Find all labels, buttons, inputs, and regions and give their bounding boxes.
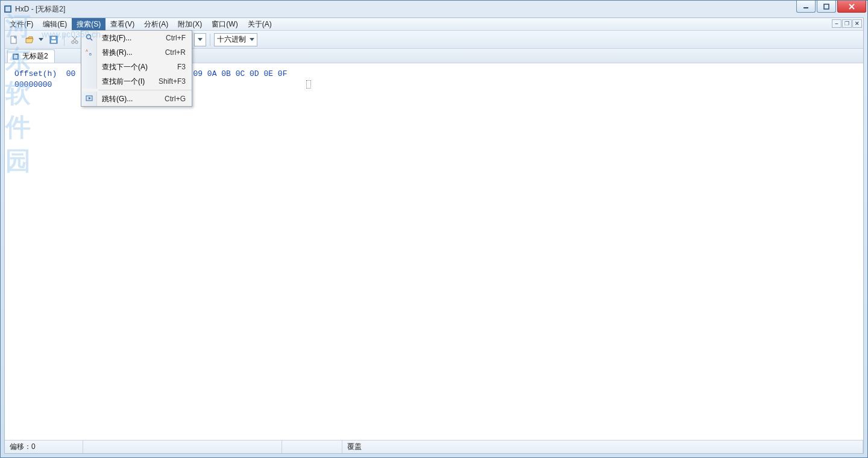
hex-address-0: 00000000 <box>14 80 52 89</box>
menu-view[interactable]: 查看(V) <box>105 18 139 30</box>
menu-item-label: 查找下一个(A) <box>97 62 177 72</box>
search-icon <box>85 33 93 43</box>
search-menu-dropdown: 查找(F)... Ctrl+F AB 替换(R)... Ctrl+R 查找下一个… <box>81 30 192 107</box>
menu-item-find-next[interactable]: 查找下一个(A) F3 <box>81 60 192 74</box>
menu-file[interactable]: 文件(F) <box>5 18 38 30</box>
svg-rect-3 <box>824 4 829 9</box>
menu-item-find-prev[interactable]: 查找前一个(I) Shift+F3 <box>81 74 192 89</box>
menubar: 文件(F) 编辑(E) 搜索(S) 查看(V) 分析(A) 附加(X) 窗口(W… <box>5 18 863 31</box>
window-frame: 河东软件园 www.pc0359.cn HxD - [无标题2] 文件(F) 编… <box>0 0 868 458</box>
document-icon <box>11 52 20 61</box>
svg-line-14 <box>72 36 77 41</box>
close-button[interactable] <box>837 1 866 13</box>
menu-about[interactable]: 关于(A) <box>243 18 277 30</box>
menu-item-shortcut: F3 <box>177 63 192 71</box>
svg-line-13 <box>73 36 77 41</box>
svg-text:B: B <box>89 52 92 56</box>
menu-analyze[interactable]: 分析(A) <box>139 18 173 30</box>
menu-item-label: 查找(F)... <box>97 33 166 43</box>
window-controls <box>796 1 866 13</box>
open-file-icon[interactable] <box>23 33 36 46</box>
svg-rect-28 <box>14 55 17 58</box>
toolbar-separator <box>210 34 210 46</box>
menu-item-shortcut: Ctrl+G <box>165 95 192 103</box>
menu-window[interactable]: 窗口(W) <box>207 18 242 30</box>
menu-item-goto[interactable]: 跳转(G)... Ctrl+G <box>81 92 192 106</box>
svg-marker-7 <box>39 38 43 41</box>
save-icon[interactable] <box>47 33 60 46</box>
titlebar[interactable]: HxD - [无标题2] <box>1 1 867 17</box>
document-tab[interactable]: 无标题2 <box>7 49 55 63</box>
new-file-icon[interactable] <box>7 33 20 46</box>
svg-point-29 <box>86 34 90 39</box>
mdi-controls: ‒ ❐ ✕ <box>832 19 862 28</box>
menu-edit[interactable]: 编辑(E) <box>38 18 72 30</box>
mdi-minimize-button[interactable]: ‒ <box>832 19 841 28</box>
menu-item-shortcut: Shift+F3 <box>159 77 192 86</box>
open-dropdown-icon[interactable] <box>37 33 45 46</box>
menu-item-label: 替换(R)... <box>97 48 165 58</box>
encoding-select-label: 十六进制 <box>217 34 246 45</box>
menu-item-label: 跳转(G)... <box>97 94 165 104</box>
window-title: HxD - [无标题2] <box>15 4 65 14</box>
statusbar: 偏移：0 覆盖 <box>5 440 863 453</box>
encoding-select[interactable]: 十六进制 <box>214 33 257 46</box>
svg-rect-10 <box>52 37 55 39</box>
menu-item-shortcut: Ctrl+F <box>166 34 192 42</box>
status-offset: 偏移：0 <box>5 441 83 453</box>
status-cell-3 <box>282 441 342 453</box>
menu-extras[interactable]: 附加(X) <box>173 18 207 30</box>
maximize-button[interactable] <box>817 1 836 13</box>
hex-editor[interactable]: Offset(h) 00 01 02 03 04 05 06 07 08 09 … <box>5 63 863 440</box>
menu-item-shortcut: Ctrl+R <box>165 48 192 57</box>
chevron-down-icon <box>250 36 254 44</box>
mdi-restore-button[interactable]: ❐ <box>842 19 852 28</box>
minimize-button[interactable] <box>796 1 816 13</box>
text-caret <box>306 80 311 89</box>
cut-icon[interactable] <box>68 33 81 46</box>
svg-rect-9 <box>51 40 56 43</box>
status-cell-2 <box>83 441 282 453</box>
svg-line-30 <box>90 39 92 40</box>
menu-item-replace[interactable]: AB 替换(R)... Ctrl+R <box>81 45 192 60</box>
toolbar-separator <box>64 34 64 46</box>
menu-search[interactable]: 搜索(S) <box>72 18 105 30</box>
menu-item-find[interactable]: 查找(F)... Ctrl+F <box>81 31 192 45</box>
svg-marker-25 <box>198 38 203 41</box>
svg-marker-26 <box>250 38 254 41</box>
svg-rect-1 <box>5 7 10 11</box>
replace-icon: AB <box>85 48 93 58</box>
mdi-close-button[interactable]: ✕ <box>852 19 862 28</box>
svg-point-11 <box>72 40 74 43</box>
bytes-per-row-dropdown[interactable] <box>194 33 206 46</box>
status-mode: 覆盖 <box>342 441 863 453</box>
svg-point-12 <box>75 40 78 43</box>
menu-item-label: 查找前一个(I) <box>97 77 159 87</box>
menu-separator <box>98 90 192 90</box>
app-icon <box>3 4 13 14</box>
document-tab-label: 无标题2 <box>22 51 48 61</box>
svg-text:A: A <box>86 49 88 52</box>
goto-icon <box>85 94 93 104</box>
